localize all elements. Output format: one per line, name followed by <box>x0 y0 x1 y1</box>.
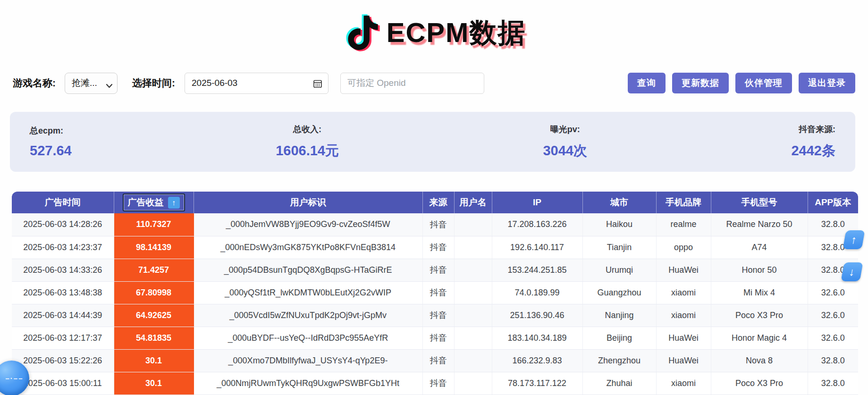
cell-user-id: _000hJemVW8BYjj9EO9Gv9-cvZeoSf4f5W <box>194 213 422 236</box>
table-body: 2025-06-03 14:28:26110.7327_000hJemVW8BY… <box>12 213 858 395</box>
cell-user-id: _0005VcdI5wZfNUxuTpdK2pOj9vt-jGpMv <box>194 304 422 327</box>
date-input[interactable]: 2025-06-03 <box>185 73 329 94</box>
cell-phone-brand: HuaWei <box>656 259 711 281</box>
table-row: 2025-06-03 13:48:3867.80998_000yQSf1tR_l… <box>12 281 858 304</box>
stat-douyin-source: 抖音来源: 2442条 <box>791 124 835 160</box>
col-app-version: APP版本 <box>808 192 858 213</box>
cell-phone-brand: realme <box>656 213 711 236</box>
cell-ad-revenue: 54.81835 <box>114 327 194 349</box>
sort-ascending-button[interactable]: ↑ <box>168 197 180 209</box>
query-button[interactable]: 查询 <box>628 73 666 93</box>
filter-bar: 游戏名称: 抢滩... 选择时间: 2025-06-03 查询 更新数据 伙伴管… <box>0 72 868 94</box>
stat-total-ecpm: 总ecpm: 527.64 <box>30 125 72 159</box>
cell-username <box>454 372 492 395</box>
cell-ad-revenue: 110.7327 <box>114 213 194 236</box>
cell-source: 抖音 <box>422 327 454 349</box>
cell-user-id: _000nEDsWy3mGK875YKtPo8KFVnEqB3814 <box>194 236 422 259</box>
col-phone-brand: 手机品牌 <box>656 192 711 213</box>
cell-city: Beijing <box>582 327 656 349</box>
cell-username <box>454 259 492 281</box>
cell-ad-time: 2025-06-03 15:22:26 <box>12 349 114 372</box>
cell-username <box>454 236 492 259</box>
action-buttons: 查询 更新数据 伙伴管理 退出登录 <box>628 73 855 93</box>
cell-username <box>454 349 492 372</box>
cell-source: 抖音 <box>422 259 454 281</box>
partner-manage-button[interactable]: 伙伴管理 <box>735 73 792 93</box>
chevron-down-icon <box>106 80 113 91</box>
stat-label: 抖音来源: <box>791 124 835 135</box>
cell-user-id: _000NmjRUwmTykQHRq9UxgwPSWBFGb1YHt <box>194 372 422 395</box>
cell-ip: 78.173.117.122 <box>492 372 582 395</box>
cell-ad-time: 2025-06-03 14:28:26 <box>12 213 114 236</box>
cell-ip: 17.208.163.226 <box>492 213 582 236</box>
openid-input[interactable] <box>340 73 484 94</box>
table-row: 2025-06-03 14:28:26110.7327_000hJemVW8BY… <box>12 213 858 236</box>
summary-stats-panel: 总ecpm: 527.64 总收入: 1606.14元 曝光pv: 3044次 … <box>10 112 855 172</box>
cell-user-id: _000Xmo7DMbIlfyfwaJ_USYsY4-qYp2E9- <box>194 349 422 372</box>
cell-user-id: _000p54DBsunTgqDQ8XgBqpsG-HTaGiRrE <box>194 259 422 281</box>
assistant-ball-glyph: –·–– <box>5 374 23 382</box>
cell-source: 抖音 <box>422 236 454 259</box>
cell-user-id: _000yQSf1tR_lwKDMTW0bLEutXj2G2vWIP <box>194 281 422 304</box>
col-ad-time: 广告时间 <box>12 192 114 213</box>
cell-app-version: 32.6.0 <box>808 281 858 304</box>
cell-ad-revenue: 30.1 <box>114 349 194 372</box>
cell-phone-brand: oppo <box>656 236 711 259</box>
col-ip: IP <box>492 192 582 213</box>
cell-phone-model: Nova 8 <box>711 349 808 372</box>
stat-label: 总收入: <box>276 124 339 135</box>
cell-source: 抖音 <box>422 349 454 372</box>
cell-phone-brand: HuaWei <box>656 349 711 372</box>
cell-city: Haikou <box>582 213 656 236</box>
cell-username <box>454 213 492 236</box>
revenue-sort-box: 广告收益 ↑ <box>123 193 185 211</box>
page-title: ECPM数据 <box>387 15 526 51</box>
stat-value: 1606.14元 <box>276 142 339 160</box>
cell-app-version: 32.6.0 <box>808 304 858 327</box>
game-select-value: 抢滩... <box>72 77 97 89</box>
stat-label: 总ecpm: <box>30 125 72 136</box>
cell-ip: 153.244.251.85 <box>492 259 582 281</box>
cell-phone-model: Mi Mix 4 <box>711 281 808 304</box>
cell-ip: 183.140.34.189 <box>492 327 582 349</box>
ecpm-table-container: 广告时间 广告收益 ↑ 用户标识 来源 用户名 IP 城市 手机品牌 手机型号 … <box>12 192 855 395</box>
page-header: ECPM数据 <box>0 0 868 55</box>
calendar-icon <box>313 79 322 88</box>
col-phone-model: 手机型号 <box>711 192 808 213</box>
table-row: 2025-06-03 12:17:3754.81835_000uBYDF--us… <box>12 327 858 349</box>
col-ad-revenue: 广告收益 ↑ <box>114 192 194 213</box>
cell-phone-brand: HuaWei <box>656 327 711 349</box>
game-select[interactable]: 抢滩... <box>65 73 118 94</box>
cell-source: 抖音 <box>422 281 454 304</box>
date-value: 2025-06-03 <box>192 78 237 88</box>
cell-phone-model: Realme Narzo 50 <box>711 213 808 236</box>
douyin-logo-icon <box>342 10 384 55</box>
stat-value: 527.64 <box>30 143 72 159</box>
stat-exposure-pv: 曝光pv: 3044次 <box>543 124 587 160</box>
cell-username <box>454 281 492 304</box>
table-row: 2025-06-03 15:22:2630.1_000Xmo7DMbIlfyfw… <box>12 349 858 372</box>
cell-city: Tianjin <box>582 236 656 259</box>
cell-ad-revenue: 67.80998 <box>114 281 194 304</box>
cell-source: 抖音 <box>422 372 454 395</box>
scroll-to-bottom-button[interactable]: ↓ <box>841 262 863 281</box>
cell-username <box>454 327 492 349</box>
cell-ad-time: 2025-06-03 12:17:37 <box>12 327 114 349</box>
game-name-label: 游戏名称: <box>13 76 56 90</box>
cell-city: Nanjing <box>582 304 656 327</box>
cell-user-id: _000uBYDF--usYeQ--IdRdD3Pc955AeYfR <box>194 327 422 349</box>
cell-ad-time: 2025-06-03 13:48:38 <box>12 281 114 304</box>
cell-ip: 251.136.90.46 <box>492 304 582 327</box>
refresh-data-button[interactable]: 更新数据 <box>672 73 729 93</box>
cell-ad-revenue: 71.4257 <box>114 259 194 281</box>
cell-phone-model: Poco X3 Pro <box>711 304 808 327</box>
scroll-to-top-button[interactable]: ↑ <box>843 230 865 249</box>
col-ad-revenue-label: 广告收益 <box>128 196 164 209</box>
cell-city: Urumqi <box>582 259 656 281</box>
table-row: 2025-06-03 14:33:2671.4257_000p54DBsunTg… <box>12 259 858 281</box>
cell-city: Guangzhou <box>582 281 656 304</box>
cell-ip: 192.6.140.117 <box>492 236 582 259</box>
logout-button[interactable]: 退出登录 <box>799 73 855 93</box>
cell-ad-revenue: 64.92625 <box>114 304 194 327</box>
stat-value: 3044次 <box>543 142 587 160</box>
